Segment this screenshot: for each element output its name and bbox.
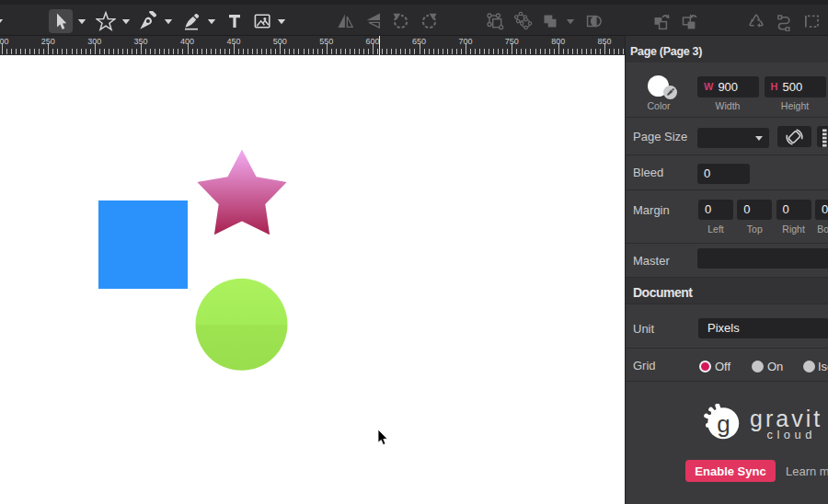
hidden-tool-dropdown[interactable] [0, 6, 5, 37]
pen-tool-dropdown[interactable] [163, 6, 174, 37]
ruler-minor-tick [359, 49, 360, 54]
ruler-minor-tick [16, 49, 17, 54]
separator [626, 348, 828, 349]
pink-star[interactable] [197, 150, 286, 235]
rotate-ccw-button[interactable] [391, 6, 411, 37]
text-tool[interactable] [224, 6, 245, 37]
ruler-minor-tick [313, 49, 314, 54]
ruler-label: 800 [551, 37, 565, 46]
ruler-minor-tick [609, 49, 610, 54]
group-icon [485, 11, 505, 31]
ruler-label: 600 [366, 37, 380, 46]
ruler-minor-tick [224, 49, 225, 54]
ruler-minor-tick [211, 49, 212, 54]
ruler-minor-tick [155, 49, 155, 54]
ruler-minor-tick [308, 49, 309, 54]
ruler-label: 400 [180, 37, 194, 46]
ruler-minor-tick [414, 49, 415, 54]
ruler-minor-tick [493, 49, 494, 54]
ruler-minor-tick [34, 49, 35, 54]
grid-off-radio[interactable] [699, 361, 711, 372]
ruler-minor-tick [150, 49, 151, 54]
margin-top-field[interactable]: 0 [737, 200, 772, 220]
margin-right-field[interactable]: 0 [776, 200, 811, 220]
ruler-minor-tick [270, 49, 271, 54]
chevron-down-icon [163, 16, 174, 27]
send-backward-button[interactable] [679, 6, 699, 37]
ruler-minor-tick [502, 49, 503, 54]
margin-bottom-value: 0 [822, 202, 828, 216]
selection-marquee-button[interactable] [801, 6, 822, 37]
group-button[interactable] [485, 6, 505, 37]
flip-horizontal-button[interactable] [336, 6, 356, 37]
ruler-minor-tick [168, 49, 169, 54]
ruler-minor-tick [614, 49, 615, 54]
ruler-minor-tick [266, 49, 267, 54]
bring-forward-button[interactable] [650, 6, 671, 37]
bleed-field[interactable]: 0 [697, 164, 750, 184]
boolean-union-button[interactable] [540, 6, 560, 37]
green-circle[interactable] [196, 279, 288, 371]
canvas[interactable] [0, 55, 625, 504]
flip-vertical-button[interactable] [363, 6, 384, 37]
ruler-minor-tick [409, 49, 410, 54]
image-tool-dropdown[interactable] [276, 6, 287, 37]
master-label: Master [633, 254, 670, 268]
pen-tool[interactable] [138, 6, 158, 37]
rotate-cw-button[interactable] [419, 6, 439, 37]
margin-bottom-field[interactable]: 0 [815, 200, 828, 220]
boolean-dropdown[interactable] [565, 6, 576, 37]
ruler-minor-tick [201, 49, 202, 54]
blue-square[interactable] [98, 200, 188, 289]
grid-isometric-radio[interactable] [803, 361, 815, 372]
unit-dropdown[interactable]: Pixels [698, 318, 828, 338]
learn-more-link[interactable]: Learn more [786, 464, 828, 478]
shape-tool[interactable] [96, 6, 116, 37]
width-field[interactable]: W 900 [697, 76, 759, 97]
page-presets-button[interactable] [817, 126, 828, 147]
ungroup-button[interactable] [513, 6, 534, 37]
color-edit-button[interactable] [663, 86, 677, 99]
grid-on-radio[interactable] [752, 361, 764, 372]
shape-tool-dropdown[interactable] [121, 6, 132, 37]
ruler-minor-tick [382, 49, 383, 54]
ruler-minor-tick [350, 49, 351, 54]
enable-sync-button[interactable]: Enable Sync [685, 460, 776, 482]
separator [626, 117, 828, 118]
ruler-minor-tick [489, 49, 489, 54]
marquee-icon [801, 11, 822, 31]
pointer-tool-dropdown[interactable] [76, 6, 87, 37]
ruler-minor-tick [104, 49, 105, 54]
master-field[interactable] [697, 248, 828, 269]
ruler-minor-tick [62, 49, 63, 54]
ruler-minor-tick [438, 49, 439, 54]
recycle-button[interactable] [746, 6, 766, 37]
ruler-minor-tick [257, 49, 258, 54]
ruler-minor-tick [405, 49, 406, 54]
ruler-minor-tick [39, 49, 40, 54]
knife-tool-dropdown[interactable] [206, 6, 217, 37]
ruler-minor-tick [182, 49, 183, 54]
image-tool[interactable] [252, 6, 272, 37]
margin-top-label: Top [747, 223, 763, 235]
page-size-dropdown[interactable] [697, 128, 769, 148]
ruler-minor-tick [452, 49, 453, 54]
ruler-minor-tick [215, 49, 216, 54]
mask-button[interactable] [583, 6, 604, 37]
ruler-minor-tick [11, 49, 12, 54]
margin-bottom-label: Bottom [817, 223, 828, 235]
ruler-minor-tick [591, 49, 592, 54]
curved-path-button[interactable] [774, 6, 794, 37]
ruler-minor-tick [530, 49, 531, 54]
pointer-tool[interactable] [51, 6, 71, 37]
ruler-minor-tick [275, 49, 276, 54]
ruler-minor-tick [340, 49, 341, 54]
height-field[interactable]: H 500 [765, 76, 826, 97]
chevron-down-icon [76, 16, 87, 27]
ruler-label: 300 [87, 37, 101, 46]
margin-left-field[interactable]: 0 [698, 200, 733, 220]
canvas-shapes [0, 55, 625, 504]
ruler-minor-tick [322, 49, 323, 54]
knife-tool[interactable] [181, 6, 201, 37]
page-orientation-button[interactable] [777, 126, 811, 147]
